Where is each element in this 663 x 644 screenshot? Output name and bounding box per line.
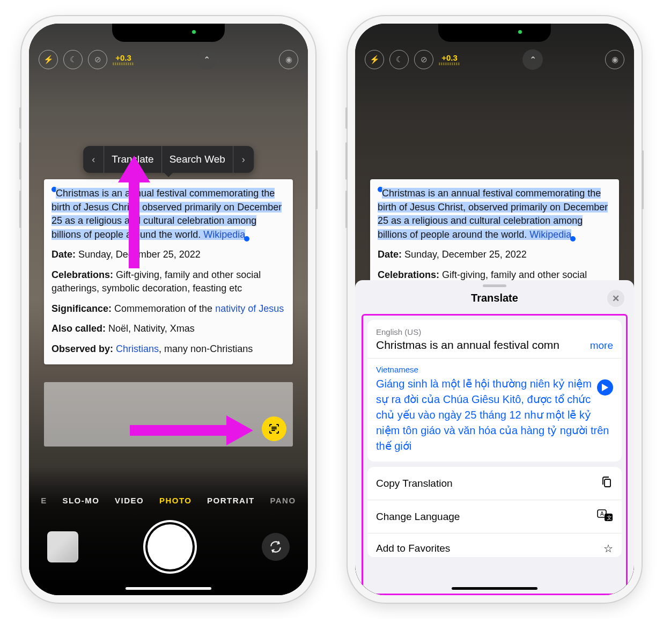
notch <box>112 24 225 42</box>
change-language-icon: A文 <box>597 509 613 524</box>
also-called-label: Also called: <box>51 323 106 334</box>
also-called-value: Noël, Nativity, Xmas <box>108 323 195 334</box>
filters-icon[interactable]: ◉ <box>605 50 624 69</box>
translation-actions: Copy Translation Change Language A文 <box>367 467 622 557</box>
volume-down-button[interactable] <box>19 191 21 228</box>
svg-marker-1 <box>130 415 253 445</box>
exposure-ticks: ɪɪɪɪɪɪɪɪɪɪ <box>113 62 134 65</box>
volume-down-button[interactable] <box>345 191 348 228</box>
flash-icon[interactable]: ⚡ <box>39 50 58 69</box>
camera-top-bar: ⚡ ☾ ⊘ +0.3 ɪɪɪɪɪɪɪɪɪɪ ⌃ ◉ <box>355 47 634 72</box>
source-language-label: English (US) <box>376 327 613 336</box>
live-photo-off-icon[interactable]: ⊘ <box>88 50 107 69</box>
celebrations-label: Celebrations: <box>51 269 113 280</box>
selected-paragraph[interactable]: Christmas is an annual festival commemor… <box>378 188 608 240</box>
silent-switch[interactable] <box>345 107 348 129</box>
svg-rect-3 <box>605 479 610 487</box>
phone-left: ⚡ ☾ ⊘ +0.3 ɪɪɪɪɪɪɪɪɪɪ ⌃ ◉ ‹ Translate Se… <box>21 16 315 603</box>
svg-text:A: A <box>600 511 604 517</box>
wikipedia-link[interactable]: Wikipedia <box>203 229 245 240</box>
camera-mode-strip[interactable]: E SLO-MO VIDEO PHOTO PORTRAIT PANO <box>29 496 308 505</box>
camera-options-chevron-icon[interactable]: ⌃ <box>522 49 543 70</box>
detected-text-card[interactable]: Christmas is an annual festival commemor… <box>44 179 293 364</box>
close-sheet-button[interactable]: ✕ <box>607 290 624 307</box>
mode-photo[interactable]: PHOTO <box>159 496 192 505</box>
add-to-favorites-row[interactable]: Add to Favorites ☆ <box>367 533 622 557</box>
translation-card: English (US) Christmas is an annual fest… <box>367 320 622 462</box>
volume-up-button[interactable] <box>19 142 21 180</box>
home-indicator[interactable] <box>452 587 537 590</box>
source-text: Christmas is an annual festival comn <box>376 339 559 352</box>
power-button[interactable] <box>315 150 318 209</box>
svg-text:文: 文 <box>607 515 612 521</box>
mode-slomo[interactable]: SLO-MO <box>62 496 99 505</box>
annotation-arrow-up <box>113 156 156 268</box>
volume-up-button[interactable] <box>345 142 348 180</box>
translated-text: Giáng sinh là một lễ hội thường niên kỷ … <box>376 376 613 454</box>
live-photo-off-icon[interactable]: ⊘ <box>414 50 433 69</box>
selected-paragraph[interactable]: Christmas is an annual festival commemor… <box>51 188 282 240</box>
screen-right: ⚡ ☾ ⊘ +0.3 ɪɪɪɪɪɪɪɪɪɪ ⌃ ◉ Christmas is a… <box>355 24 634 595</box>
translate-sheet-title: Translate <box>471 292 518 304</box>
text-context-menu: ‹ Translate Search Web › <box>83 146 254 173</box>
christians-link[interactable]: Christians <box>116 343 159 354</box>
svg-marker-2 <box>602 384 608 391</box>
camera-top-bar: ⚡ ☾ ⊘ +0.3 ɪɪɪɪɪɪɪɪɪɪ ⌃ ◉ <box>29 47 308 72</box>
filters-icon[interactable]: ◉ <box>279 50 298 69</box>
significance-label: Significance: <box>51 303 112 314</box>
flip-camera-icon <box>269 540 283 554</box>
mode-video[interactable]: VIDEO <box>115 496 144 505</box>
svg-marker-0 <box>118 156 150 268</box>
play-translation-button[interactable] <box>597 379 613 396</box>
date-label: Date: <box>51 249 76 260</box>
live-text-button[interactable] <box>262 416 286 441</box>
annotation-arrow-right <box>130 415 253 445</box>
last-photo-thumbnail[interactable] <box>47 531 78 562</box>
selection-end-handle[interactable] <box>244 236 249 241</box>
notch <box>438 24 551 42</box>
mode-portrait[interactable]: PORTRAIT <box>207 496 255 505</box>
observed-by-label: Observed by: <box>51 343 113 354</box>
wikipedia-link[interactable]: Wikipedia <box>529 229 571 240</box>
celebrations-label: Celebrations: <box>378 269 439 280</box>
mode-left-cut[interactable]: E <box>41 496 47 505</box>
silent-switch[interactable] <box>19 107 21 129</box>
shutter-button[interactable] <box>148 524 193 569</box>
copy-translation-row[interactable]: Copy Translation <box>367 467 622 500</box>
target-language-label: Vietnamese <box>376 365 613 374</box>
power-button[interactable] <box>642 150 644 209</box>
selection-end-handle[interactable] <box>570 236 576 241</box>
home-indicator[interactable] <box>126 587 211 590</box>
mode-pano-cut[interactable]: PANO <box>270 496 296 505</box>
night-mode-icon[interactable]: ☾ <box>63 50 83 69</box>
night-mode-icon[interactable]: ☾ <box>389 50 409 69</box>
exposure-value[interactable]: +0.3 ɪɪɪɪɪɪɪɪɪɪ <box>439 54 460 65</box>
play-icon <box>602 384 608 391</box>
camera-controls-row <box>29 524 308 569</box>
observed-by-suffix: , many non-Christians <box>159 343 253 354</box>
camera-options-chevron-icon[interactable]: ⌃ <box>196 49 217 70</box>
flash-icon[interactable]: ⚡ <box>365 50 384 69</box>
context-menu-search-web[interactable]: Search Web <box>162 146 233 173</box>
date-label: Date: <box>378 249 402 260</box>
flip-camera-button[interactable] <box>262 533 290 561</box>
change-language-row[interactable]: Change Language A文 <box>367 500 622 533</box>
show-more-button[interactable]: more <box>590 340 613 352</box>
annotation-highlight-box: English (US) Christmas is an annual fest… <box>362 314 628 595</box>
context-menu-next-icon[interactable]: › <box>233 147 254 173</box>
copy-icon <box>600 475 613 491</box>
phone-right: ⚡ ☾ ⊘ +0.3 ɪɪɪɪɪɪɪɪɪɪ ⌃ ◉ Christmas is a… <box>348 16 642 603</box>
exposure-value[interactable]: +0.3 ɪɪɪɪɪɪɪɪɪɪ <box>113 54 134 65</box>
screen-left: ⚡ ☾ ⊘ +0.3 ɪɪɪɪɪɪɪɪɪɪ ⌃ ◉ ‹ Translate Se… <box>29 24 308 595</box>
nativity-link[interactable]: nativity of Jesus <box>215 303 284 314</box>
live-text-icon <box>268 422 281 435</box>
exposure-ticks: ɪɪɪɪɪɪɪɪɪɪ <box>439 62 460 65</box>
significance-value: Commemoration of the <box>114 303 215 314</box>
translate-sheet: Translate ✕ English (US) Christmas is an… <box>355 280 634 595</box>
context-menu-prev-icon[interactable]: ‹ <box>83 147 104 173</box>
translate-sheet-header: Translate ✕ <box>355 280 634 314</box>
star-icon: ☆ <box>603 542 613 555</box>
date-value: Sunday, December 25, 2022 <box>404 249 527 260</box>
